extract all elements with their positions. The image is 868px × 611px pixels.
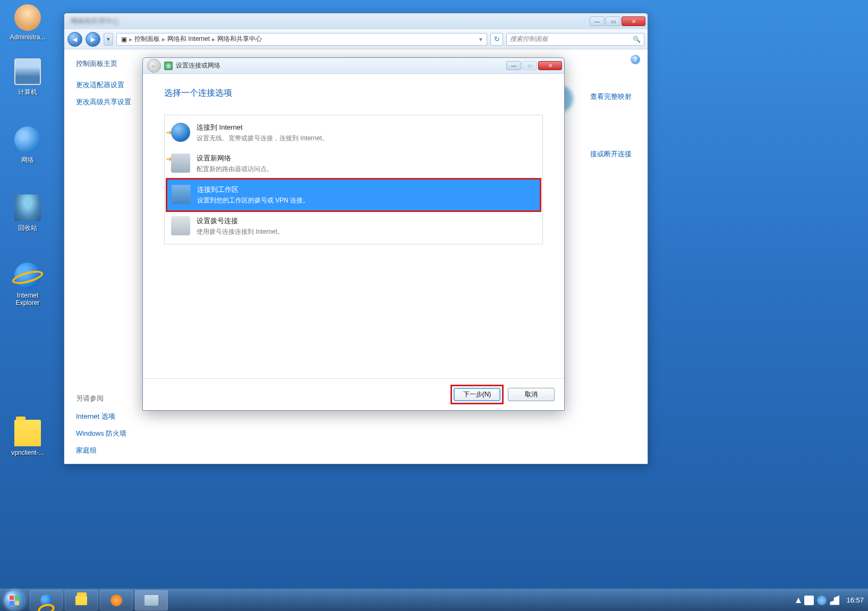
- desktop-icon-label: Internet Explorer: [6, 292, 49, 307]
- system-tray: 16:57: [794, 596, 868, 605]
- option-desc: 设置无线、宽带或拨号连接，连接到 Internet。: [197, 134, 328, 143]
- desktop-icon-administrator[interactable]: Administra...: [6, 4, 49, 41]
- start-button[interactable]: [0, 589, 29, 612]
- desktop-icon-label: 回收站: [6, 224, 49, 233]
- taskbar-item-wmp[interactable]: [100, 590, 133, 610]
- sidebar-see-also-firewall[interactable]: Windows 防火墙: [76, 429, 175, 438]
- wizard-back-button[interactable]: ←: [147, 59, 161, 73]
- taskbar-item-ie[interactable]: [30, 590, 63, 610]
- option-dialup[interactable]: 设置拨号连接 使用拨号连接连接到 Internet。: [167, 211, 540, 242]
- desktop-icon-label: 计算机: [6, 88, 49, 97]
- search-input[interactable]: 搜索控制面板 🔍: [506, 33, 644, 46]
- cancel-button[interactable]: 取消: [508, 388, 555, 401]
- folder-icon: [75, 596, 87, 605]
- taskbar-clock[interactable]: 16:57: [846, 596, 864, 604]
- computer-icon: [14, 58, 41, 85]
- nav-history-button[interactable]: ▼: [104, 33, 113, 46]
- minimize-button[interactable]: —: [590, 16, 605, 26]
- buildings-icon: [172, 185, 191, 204]
- help-button[interactable]: ?: [631, 55, 640, 64]
- breadcrumb-item[interactable]: 控制面板: [132, 35, 162, 44]
- phone-icon: [171, 216, 190, 235]
- cp-titlebar[interactable]: 网络和共享中心 — ▭ ✕: [64, 13, 648, 29]
- option-connect-workplace[interactable]: 连接到工作区 设置到您的工作区的拨号或 VPN 连接。: [166, 178, 541, 212]
- wizard-option-list: 连接到 Internet 设置无线、宽带或拨号连接，连接到 Internet。 …: [164, 115, 543, 244]
- option-setup-network[interactable]: 设置新网络 配置新的路由器或访问点。: [167, 148, 540, 179]
- cp-title: 网络和共享中心: [71, 16, 119, 26]
- close-button[interactable]: ✕: [622, 16, 645, 26]
- volume-icon[interactable]: [830, 596, 839, 605]
- option-title: 连接到 Internet: [197, 123, 328, 132]
- cp-toolbar: ◄ ► ▼ ▣ ▸ 控制面板 ▸ 网络和 Internet ▸ 网络和共享中心 …: [64, 29, 648, 49]
- breadcrumb-root-icon[interactable]: ▣: [119, 36, 129, 43]
- desktop-icon-network[interactable]: 网络: [6, 126, 49, 165]
- globe-icon: [14, 126, 41, 153]
- breadcrumb-dropdown[interactable]: ▾: [477, 36, 484, 43]
- refresh-button[interactable]: ↻: [490, 33, 503, 46]
- option-title: 设置拨号连接: [197, 216, 284, 226]
- cp-link-view-map[interactable]: 查看完整映射: [590, 92, 632, 101]
- globe-icon: [171, 123, 190, 142]
- wizard-minimize-button[interactable]: —: [506, 61, 521, 70]
- search-icon: 🔍: [633, 36, 641, 43]
- control-panel-icon: [144, 595, 158, 606]
- desktop-icon-label: vpnclient-...: [6, 449, 49, 456]
- desktop-icon-label: Administra...: [6, 33, 49, 41]
- wizard-title-icon: [164, 62, 173, 70]
- option-title: 设置新网络: [197, 154, 273, 163]
- taskbar-item-control-panel[interactable]: [135, 590, 168, 610]
- ie-icon: [14, 262, 41, 289]
- maximize-button[interactable]: ▭: [606, 16, 620, 26]
- desktop-icon-recycle-bin[interactable]: 回收站: [6, 194, 49, 233]
- cancel-button-label: 取消: [525, 390, 538, 399]
- taskbar-item-explorer[interactable]: [65, 590, 98, 610]
- user-icon: [14, 4, 41, 31]
- action-center-icon[interactable]: [804, 596, 814, 605]
- next-button-highlight: 下一步(N): [450, 385, 504, 404]
- option-title: 连接到工作区: [197, 185, 309, 194]
- breadcrumb-item[interactable]: 网络和 Internet: [165, 35, 212, 44]
- taskbar: 16:57: [0, 589, 868, 611]
- wizard-maximize-button: ▭: [522, 61, 537, 70]
- desktop-icon-label: 网络: [6, 156, 49, 165]
- desktop-icon-ie[interactable]: Internet Explorer: [6, 262, 49, 307]
- breadcrumb-item[interactable]: 网络和共享中心: [215, 35, 264, 44]
- ie-icon: [40, 595, 52, 606]
- router-icon: [171, 154, 190, 173]
- next-button[interactable]: 下一步(N): [454, 388, 500, 401]
- setup-connection-wizard: ← 设置连接或网络 — ▭ ✕ 选择一个连接选项 连接到 Internet 设置…: [142, 57, 565, 411]
- nav-back-button[interactable]: ◄: [67, 32, 82, 47]
- desktop-icon-vpnclient-folder[interactable]: vpnclient-...: [6, 420, 49, 456]
- option-desc: 设置到您的工作区的拨号或 VPN 连接。: [197, 196, 309, 205]
- sidebar-see-also-internet-options[interactable]: Internet 选项: [76, 412, 175, 421]
- network-tray-icon[interactable]: [817, 596, 827, 605]
- wizard-close-button[interactable]: ✕: [538, 61, 562, 70]
- wizard-footer: 下一步(N) 取消: [143, 378, 564, 410]
- wizard-title: 设置连接或网络: [176, 61, 220, 70]
- wizard-body: 选择一个连接选项 连接到 Internet 设置无线、宽带或拨号连接，连接到 I…: [143, 74, 564, 378]
- desktop-icon-computer[interactable]: 计算机: [6, 58, 49, 97]
- option-connect-internet[interactable]: 连接到 Internet 设置无线、宽带或拨号连接，连接到 Internet。: [167, 117, 540, 148]
- nav-forward-button[interactable]: ►: [86, 32, 100, 47]
- cp-right-links: 查看完整映射 接或断开连接: [590, 92, 632, 207]
- sidebar-see-also-homegroup[interactable]: 家庭组: [76, 446, 175, 455]
- cp-link-connect[interactable]: 接或断开连接: [590, 149, 632, 159]
- wizard-heading: 选择一个连接选项: [164, 88, 543, 99]
- breadcrumb[interactable]: ▣ ▸ 控制面板 ▸ 网络和 Internet ▸ 网络和共享中心 ▾: [116, 33, 487, 46]
- windows-logo-icon: [4, 590, 24, 610]
- wizard-titlebar[interactable]: ← 设置连接或网络 — ▭ ✕: [143, 58, 564, 74]
- search-placeholder: 搜索控制面板: [510, 35, 548, 44]
- next-button-label: 下一步(N): [463, 390, 491, 399]
- show-hidden-icons[interactable]: [796, 598, 801, 603]
- option-desc: 配置新的路由器或访问点。: [197, 165, 273, 174]
- option-desc: 使用拨号连接连接到 Internet。: [197, 227, 284, 236]
- folder-icon: [14, 420, 41, 446]
- recycle-bin-icon: [14, 194, 41, 221]
- media-player-icon: [110, 595, 122, 606]
